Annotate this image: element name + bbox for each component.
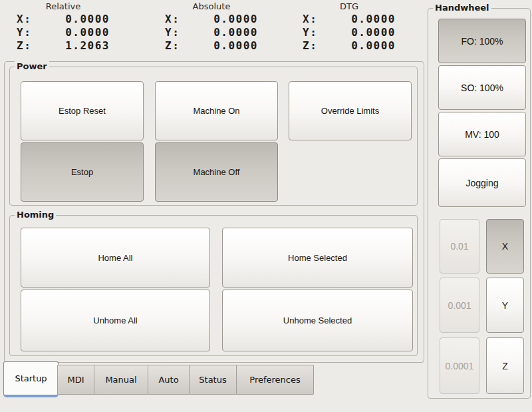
power-frame: Power Estop Reset Machine On Override Li… [9,67,418,206]
dro-row-y: Y: 0.0000 [165,25,258,39]
axis-value: 0.0000 [351,13,396,25]
spindle-override-button[interactable]: SO: 100% [438,65,526,110]
cnc-control-window: Relative X: 0.0000 Y: 0.0000 Z: 1.2063 A… [0,0,532,412]
tab-preferences[interactable]: Preferences [236,365,314,395]
unhome-selected-button[interactable]: Unhome Selected [222,290,413,351]
dro-row-x: X: 0.0000 [303,12,396,25]
axis-label: X: [165,13,180,25]
axis-value: 0.0000 [351,26,396,39]
increment-0.001-button[interactable]: 0.001 [440,278,479,333]
dro-row-x: X: 0.0000 [165,12,258,25]
tab-startup[interactable]: Startup [3,361,59,397]
dro-row-x: X: 0.0000 [17,12,110,25]
axis-label: Z: [165,39,180,52]
dro-row-z: Z: 1.2063 [17,39,110,52]
axis-label: X: [17,13,31,25]
dro-title-absolute: Absolute [165,0,258,12]
power-frame-label: Power [15,61,49,72]
increment-0.0001-button[interactable]: 0.0001 [440,337,479,394]
handwheel-frame-label: Handwheel [433,3,491,13]
estop-button[interactable]: Estop [21,142,144,202]
axis-value: 0.0000 [351,39,396,52]
unhome-all-button[interactable]: Unhome All [21,290,210,351]
axis-value: 0.0000 [65,13,110,25]
homing-frame-label: Homing [15,210,56,220]
estop-reset-button[interactable]: Estop Reset [21,81,144,140]
machine-off-button[interactable]: Machine Off [155,142,278,202]
dro-column-relative: Relative X: 0.0000 Y: 0.0000 Z: 1.2063 [17,0,110,56]
axis-label: Z: [17,39,31,52]
feed-override-button[interactable]: FO: 100% [438,19,526,63]
dro-title-dtg: DTG [303,0,396,12]
startup-tab-page: Power Estop Reset Machine On Override Li… [4,61,424,363]
handwheel-frame: Handwheel FO: 100% SO: 100% MV: 100 Jogg… [428,8,531,399]
axis-label: Z: [303,39,317,52]
jogging-button[interactable]: Jogging [438,158,526,207]
axis-value: 0.0000 [213,26,258,39]
max-velocity-button[interactable]: MV: 100 [438,112,526,156]
dro-row-z: Z: 0.0000 [165,39,258,52]
dro-row-y: Y: 0.0000 [303,25,396,39]
axis-x-button[interactable]: X [486,219,524,274]
override-limits-button[interactable]: Override Limits [289,81,412,140]
dro-column-absolute: Absolute X: 0.0000 Y: 0.0000 Z: 0.0000 [165,0,258,56]
axis-value: 0.0000 [213,13,258,25]
axis-label: Y: [165,26,180,39]
axis-label: X: [303,13,317,25]
tab-auto[interactable]: Auto [148,365,190,395]
axis-label: Y: [303,26,317,39]
dro-column-dtg: DTG X: 0.0000 Y: 0.0000 Z: 0.0000 [303,0,396,56]
home-all-button[interactable]: Home All [21,228,210,288]
tab-mdi[interactable]: MDI [57,365,94,395]
tab-manual[interactable]: Manual [94,365,148,395]
dro-row-z: Z: 0.0000 [303,39,396,52]
axis-value: 0.0000 [65,26,110,39]
increment-0.01-button[interactable]: 0.01 [440,219,479,274]
homing-frame: Homing Home All Home Selected Unhome All… [9,215,418,356]
axis-value: 0.0000 [213,39,258,52]
tab-status[interactable]: Status [189,365,237,395]
axis-value: 1.2063 [65,39,110,52]
axis-z-button[interactable]: Z [486,337,524,394]
dro-title-relative: Relative [17,0,110,12]
axis-label: Y: [17,26,31,39]
home-selected-button[interactable]: Home Selected [222,228,413,288]
axis-y-button[interactable]: Y [486,278,524,333]
machine-on-button[interactable]: Machine On [155,81,278,140]
dro-row-y: Y: 0.0000 [17,25,110,39]
tab-bar: MDI Manual Auto Status Preferences [58,365,314,395]
